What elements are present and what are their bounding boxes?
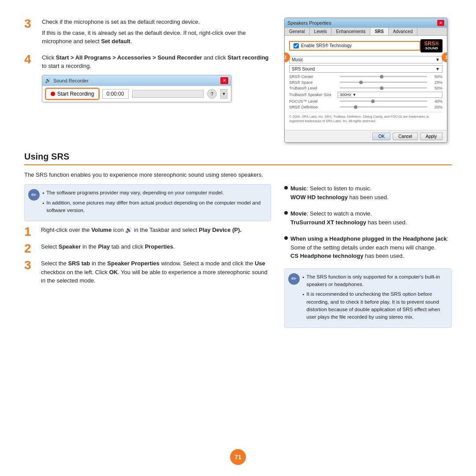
note1-item-1: The software programs provider may vary,… — [42, 189, 265, 197]
sp-body: Enable SRS® Technology SRS® SOUND Music … — [285, 36, 447, 130]
step-1-bottom-content: Right-click over the Volume icon 🔊 in th… — [41, 226, 242, 234]
step-2-bottom-content: Select Speaker in the Play tab and click… — [41, 242, 175, 251]
sp-tab-srs[interactable]: SRS — [370, 28, 389, 35]
sp-ok-button[interactable]: OK — [372, 133, 390, 140]
bullet-dot-headphone — [284, 236, 288, 240]
help-button[interactable]: ? — [207, 89, 217, 99]
note-box-2: ✏ The SRS function is only supported for… — [284, 268, 452, 328]
bullet-movie-content: Movie: Select to watch a movie. TruSurro… — [290, 209, 452, 227]
sp-apply-button[interactable]: Apply — [420, 133, 443, 140]
progress-bar — [132, 90, 204, 98]
sp-tabs[interactable]: General Levels Enhancements SRS Advanced — [285, 28, 447, 36]
note-box-1: ✏ The software programs provider may var… — [24, 184, 271, 221]
step-num-3-bottom: 3 — [24, 259, 37, 271]
sp-buttons-row: OK Cancel Apply — [285, 130, 447, 142]
bottom-left: ✏ The software programs provider may var… — [24, 184, 271, 458]
step-number-3-top: 3 — [24, 18, 37, 30]
step-3-bottom-content: Select the SRS tab in the Speaker Proper… — [41, 259, 271, 285]
note2-list: The SRS function is only supported for a… — [302, 273, 446, 321]
left-column: 3 Check if the microphone is set as the … — [24, 18, 271, 143]
srs-focus-thumb[interactable] — [371, 100, 375, 103]
step-num-2-bottom: 2 — [24, 242, 37, 255]
srs-dropdown-srssound[interactable]: SRS Sound ▼ — [289, 65, 443, 73]
section-title-using-srs: Using SRS — [24, 152, 452, 162]
srs-slider-center: SRS® Center 50% — [289, 74, 443, 79]
srs-space-thumb[interactable] — [359, 81, 363, 84]
srs-slider-trubass-level: TruBass® Level 50% — [289, 86, 443, 90]
sp-title-text: Speakers Properties — [287, 20, 331, 26]
note1-item-2: In addition, some pictures may differ fr… — [42, 199, 265, 215]
sp-cancel-button[interactable]: Cancel — [393, 133, 418, 140]
section-divider — [24, 164, 452, 165]
note2-item-1: The SRS function is only supported for a… — [302, 273, 446, 289]
start-recording-button[interactable]: Start Recording — [46, 89, 99, 99]
record-dot-icon — [51, 92, 55, 96]
srs-header-row: Enable SRS® Technology SRS® SOUND — [289, 39, 443, 52]
start-recording-label: Start Recording — [57, 91, 94, 97]
using-srs-section: Using SRS The SRS function enables you t… — [24, 152, 452, 179]
sp-tab-levels[interactable]: Levels — [310, 28, 332, 35]
sound-recorder-body: Start Recording 0:00:00 ? ▼ — [42, 86, 231, 102]
note2-item-2: It is recommended to unchecking the SRS … — [302, 290, 446, 321]
bullet-music: Music: Select to listen to music. WOW HD… — [284, 184, 452, 201]
sp-titlebar: Speakers Properties ✕ — [285, 18, 447, 28]
sound-recorder-title: 🔊 Sound Recorder — [45, 78, 89, 83]
note1-list: The software programs provider may vary,… — [42, 189, 265, 214]
bullet-music-content: Music: Select to listen to music. WOW HD… — [290, 184, 452, 201]
srs-trubass-dropdown[interactable]: 300Hz ▼ — [338, 92, 443, 98]
sound-recorder-titlebar: 🔊 Sound Recorder ✕ — [42, 75, 231, 86]
srs-slider-focus: FOCUS™ Level 40% — [289, 99, 443, 104]
dropdown-arrow2-icon: ▼ — [435, 67, 440, 71]
note-icon-2: ✏ — [288, 273, 300, 285]
srs-footer-text: © 2009, SRS Labs, Inc. SRS, TruBass, Def… — [289, 112, 443, 124]
step-4-text: Click Start > All Programs > Accessories… — [42, 53, 271, 71]
note-icon-1: ✏ — [28, 189, 40, 201]
step-2-bottom: 2 Select Speaker in the Play tab and cli… — [24, 242, 271, 255]
dropdown-arrow-icon: ▼ — [435, 57, 440, 62]
page: 3 Check if the microphone is set as the … — [0, 0, 476, 476]
sound-recorder-window: 🔊 Sound Recorder ✕ Start Recording 0:00:… — [42, 75, 231, 102]
sp-close-button[interactable]: ✕ — [437, 20, 444, 26]
step-3-bottom: 3 Select the SRS tab in the Speaker Prop… — [24, 259, 271, 285]
sp-tab-enhancements[interactable]: Enhancements — [331, 28, 370, 35]
speakers-properties-wrapper: Speakers Properties ✕ General Levels Enh… — [284, 18, 452, 143]
step-number-4: 4 — [24, 53, 37, 66]
bullet-headphone: When using a Headphone plugged in the He… — [284, 234, 452, 260]
bullet-headphone-content: When using a Headphone plugged in the He… — [290, 234, 452, 260]
step-3-top-text1: Check if the microphone is set as the de… — [42, 18, 271, 26]
step-3-top-content: Check if the microphone is set as the de… — [42, 18, 271, 48]
speaker-icon: 🔊 — [45, 78, 51, 83]
enable-srs-area: Enable SRS® Technology — [289, 41, 420, 51]
using-srs-intro: The SRS function enables you to experien… — [24, 171, 452, 179]
sp-tab-general[interactable]: General — [285, 28, 310, 35]
right-column: Speakers Properties ✕ General Levels Enh… — [284, 18, 452, 143]
top-section: 3 Check if the microphone is set as the … — [24, 18, 452, 143]
srs-trubass-level-thumb[interactable] — [380, 86, 383, 90]
bottom-right: Music: Select to listen to music. WOW HD… — [284, 184, 452, 458]
bottom-section: ✏ The software programs provider may var… — [24, 184, 452, 458]
step-3-top: 3 Check if the microphone is set as the … — [24, 18, 271, 48]
srs-dropdown-music[interactable]: Music ▼ — [289, 56, 443, 63]
srs-slider-definition: SRS® Definition 20% — [289, 105, 443, 109]
srs-slider-space: SRS® Space 25% — [289, 80, 443, 85]
srs-logo: SRS® SOUND — [420, 39, 443, 52]
step-num-1-bottom: 1 — [24, 226, 37, 238]
enable-srs-label: Enable SRS® Technology — [301, 43, 352, 48]
bullet-dot-music — [284, 186, 288, 190]
speakers-properties-window: Speakers Properties ✕ General Levels Enh… — [284, 18, 447, 143]
step-3-top-text2: If this is the case, it is already set a… — [42, 29, 271, 46]
enable-srs-checkbox[interactable] — [294, 43, 299, 48]
step-4-content: Click Start > All Programs > Accessories… — [42, 53, 271, 102]
sp-tab-advanced[interactable]: Advanced — [389, 28, 417, 35]
page-number: 71 — [230, 449, 246, 465]
srs-center-thumb[interactable] — [380, 75, 383, 78]
bullet-dot-movie — [284, 211, 288, 215]
srs-definition-thumb[interactable] — [354, 105, 357, 109]
srs-trubass-speaker-row: TruBass® Speaker Size 300Hz ▼ — [289, 92, 443, 98]
sound-recorder-close-button[interactable]: ✕ — [220, 77, 228, 84]
dropdown-button[interactable]: ▼ — [220, 89, 227, 99]
step-4: 4 Click Start > All Programs > Accessori… — [24, 53, 271, 102]
time-display: 0:00:00 — [102, 89, 129, 99]
bullet-movie: Movie: Select to watch a movie. TruSurro… — [284, 209, 452, 227]
step-1-bottom: 1 Right-click over the Volume icon 🔊 in … — [24, 226, 271, 238]
